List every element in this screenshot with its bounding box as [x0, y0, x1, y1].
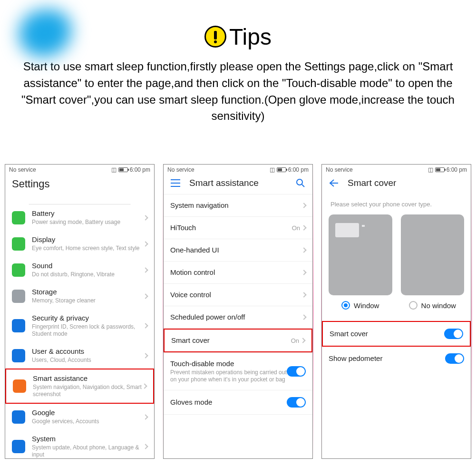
tips-body: Start to use smart sleep function,firstl… — [0, 50, 476, 125]
settings-row-system[interactable]: SystemSystem update, About phone, Langua… — [5, 430, 154, 458]
row-icon — [13, 379, 26, 393]
cover-option-nowindow[interactable]: No window — [401, 214, 465, 310]
row-label: Display — [32, 235, 144, 244]
chevron-right-icon — [143, 215, 148, 220]
sa-row-system-navigation[interactable]: System navigation — [164, 194, 312, 216]
settings-row-smart-assistance[interactable]: Smart assistanceSystem navigation, Navig… — [5, 369, 154, 404]
row-sublabel: Do not disturb, Ringtone, Vibrate — [32, 271, 144, 278]
phone-screen-settings: No service ◫6:00 pm Settings BatteryPowe… — [5, 164, 155, 459]
settings-row-storage[interactable]: StorageMemory, Storage cleaner — [5, 283, 154, 309]
row-label: Sound — [32, 262, 144, 270]
radio-icon — [409, 301, 418, 310]
chevron-right-icon — [300, 338, 305, 343]
status-bar: No service ◫6:00 pm — [164, 165, 312, 174]
radio-icon — [341, 301, 350, 310]
chevron-right-icon — [143, 414, 148, 419]
chevron-right-icon — [301, 203, 306, 208]
toggle-switch[interactable] — [444, 329, 463, 339]
status-time: 6:00 pm — [130, 166, 150, 173]
smart-assistance-list: System navigationHiTouchOnOne-handed UIM… — [164, 194, 312, 458]
cover-hint: Please select your phone cover type. — [322, 194, 471, 212]
chevron-right-icon — [301, 314, 306, 320]
settings-row-display[interactable]: DisplayEye comfort, Home screen style, T… — [5, 231, 154, 257]
row-value: On — [291, 337, 299, 344]
chevron-right-icon — [301, 270, 306, 275]
row-sublabel: System update, About phone, Language & i… — [32, 444, 144, 458]
toggle-switch[interactable] — [445, 353, 464, 364]
sc-row-smart-cover[interactable]: Smart cover — [322, 321, 471, 347]
sa-row-one-handed-ui[interactable]: One-handed UI — [164, 239, 312, 261]
settings-list: BatteryPower saving mode, Battery usageD… — [5, 196, 154, 458]
cover-preview-window — [329, 214, 392, 295]
row-icon — [12, 410, 25, 424]
toggle-switch[interactable] — [287, 397, 306, 408]
row-label: Security & privacy — [32, 314, 144, 322]
row-label: System navigation — [170, 201, 302, 210]
row-label: Storage — [32, 288, 144, 296]
row-sublabel: Fingerprint ID, Screen lock & passwords,… — [32, 323, 144, 338]
sa-row-scheduled-power-on-off[interactable]: Scheduled power on/off — [164, 306, 312, 328]
row-label: Touch-disable mode — [170, 359, 287, 368]
settings-row-sound[interactable]: SoundDo not disturb, Ringtone, Vibrate — [5, 257, 154, 283]
row-sublabel: Users, Cloud, Accounts — [32, 357, 144, 364]
sa-row-gloves-mode[interactable]: Gloves mode — [164, 390, 312, 414]
back-icon[interactable] — [329, 179, 339, 187]
settings-row-battery[interactable]: BatteryPower saving mode, Battery usage — [5, 204, 154, 231]
row-icon — [12, 440, 25, 453]
settings-row-user-accounts[interactable]: User & accountsUsers, Cloud, Accounts — [5, 342, 154, 369]
toggle-switch[interactable] — [287, 366, 306, 377]
row-label: User & accounts — [32, 347, 144, 356]
cover-choices: Window No window — [322, 212, 471, 312]
row-label: Smart cover — [330, 330, 444, 338]
row-icon — [12, 290, 25, 303]
chevron-right-icon — [143, 267, 148, 272]
row-icon — [12, 319, 25, 332]
row-value: On — [292, 224, 300, 232]
row-label: HiTouch — [170, 223, 292, 232]
status-left: No service — [326, 166, 353, 173]
title-row: Smart cover — [322, 174, 471, 194]
sa-row-smart-cover[interactable]: Smart coverOn — [164, 329, 312, 352]
page-title: Smart assistance — [189, 178, 295, 188]
search-icon[interactable] — [295, 178, 306, 188]
settings-row-security-privacy[interactable]: Security & privacyFingerprint ID, Screen… — [5, 309, 154, 342]
row-label: Scheduled power on/off — [170, 313, 302, 321]
sa-row-motion-control[interactable]: Motion control — [164, 262, 312, 283]
row-label: Smart assistance — [33, 374, 143, 383]
row-label: Show pedometer — [329, 354, 445, 363]
row-label: System — [32, 435, 144, 443]
cover-preview-nowindow — [401, 214, 465, 295]
sa-row-hitouch[interactable]: HiTouchOn — [164, 217, 312, 239]
battery-icon — [277, 167, 286, 172]
radio-label: No window — [421, 301, 456, 310]
chevron-right-icon — [143, 241, 148, 246]
row-icon — [12, 263, 25, 277]
page-title: Settings — [12, 178, 147, 190]
chevron-right-icon — [142, 383, 147, 389]
chevron-right-icon — [301, 292, 306, 297]
screenshots-row: No service ◫6:00 pm Settings BatteryPowe… — [5, 164, 471, 459]
radio-label: Window — [354, 301, 379, 310]
smart-cover-list: Smart coverShow pedometer — [322, 321, 471, 370]
sc-row-show-pedometer[interactable]: Show pedometer — [322, 347, 471, 370]
status-bar: No service ◫6:00 pm — [322, 165, 471, 174]
sim-icon: ◫ — [428, 166, 433, 173]
phone-screen-smart-assistance: No service ◫6:00 pm Smart assistance Sys… — [163, 164, 313, 459]
row-label: Battery — [32, 209, 144, 218]
hamburger-icon[interactable] — [170, 179, 181, 187]
settings-row-google[interactable]: GoogleGoogle services, Accounts — [5, 404, 154, 430]
tips-title: Tips — [229, 24, 272, 49]
sa-row-voice-control[interactable]: Voice control — [164, 284, 312, 306]
chevron-right-icon — [143, 323, 148, 328]
title-row: Settings — [5, 174, 154, 196]
cover-option-window[interactable]: Window — [329, 214, 392, 310]
chevron-right-icon — [301, 247, 306, 253]
row-icon — [12, 349, 25, 362]
row-sublabel: Memory, Storage cleaner — [32, 297, 144, 304]
sim-icon: ◫ — [270, 166, 275, 173]
row-sublabel: Prevent mistaken operations being carrie… — [170, 369, 287, 383]
chevron-right-icon — [143, 293, 148, 299]
status-time: 6:00 pm — [447, 166, 467, 173]
tips-header: Tips — [0, 0, 476, 50]
sa-row-touch-disable-mode[interactable]: Touch-disable modePrevent mistaken opera… — [164, 353, 312, 390]
